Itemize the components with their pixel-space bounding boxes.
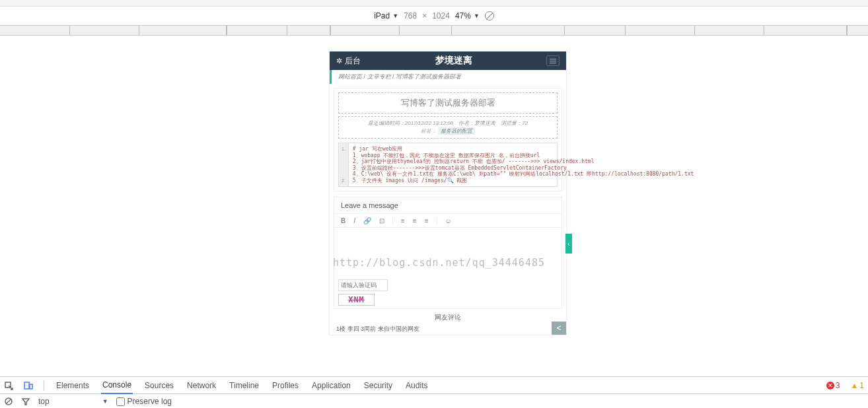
context-select[interactable]: top ▼: [38, 397, 108, 406]
warning-count[interactable]: ▲1: [850, 381, 864, 390]
image-button[interactable]: ⊡: [379, 217, 384, 224]
code-content: # jar 写在web应用 1、webapp 不能打包，因此 不能放在这里 数据…: [349, 143, 698, 186]
breadcrumb: 网站首页 / 文章专栏 / 写博客了测试服务器部署: [330, 70, 566, 84]
error-count[interactable]: ✕3: [826, 381, 840, 390]
breadcrumb-home[interactable]: 网站首页: [338, 73, 362, 80]
comment-textarea[interactable]: [334, 228, 561, 277]
site-title: 梦境迷离: [435, 55, 472, 67]
inspect-icon[interactable]: [4, 381, 13, 390]
preserve-log-checkbox[interactable]: Preserve log: [116, 397, 172, 406]
code-gutter: 1. 2.: [339, 143, 349, 186]
device-select[interactable]: iPad ▼: [374, 11, 398, 20]
tab-profiles[interactable]: Profiles: [271, 377, 300, 394]
zoom-value: 47%: [455, 11, 471, 20]
device-viewport: ✲ 后台 梦境迷离 网站首页 / 文章专栏 / 写博客了测试服务器部署 写博客了…: [0, 36, 868, 376]
article-tag[interactable]: 服务器的配置: [438, 127, 475, 135]
tab-security[interactable]: Security: [363, 377, 394, 394]
comment-editor: Leave a message B I 🔗 ⊡ ≡ ≡ ≡ ☺ XNM: [334, 197, 562, 309]
filter-icon[interactable]: [21, 397, 30, 406]
share-button[interactable]: <: [552, 322, 566, 335]
tab-audits[interactable]: Audits: [404, 377, 429, 394]
device-mode-icon[interactable]: [24, 381, 33, 390]
admin-link[interactable]: ✲ 后台: [336, 55, 361, 67]
side-collapse-tab[interactable]: ‹: [565, 234, 572, 254]
meta-line: 最近编辑时间：2017/12/22 13:12:00 作者：梦境迷离 浏览量：7…: [342, 119, 554, 127]
italic-button[interactable]: I: [353, 217, 355, 224]
tab-network[interactable]: Network: [186, 377, 217, 394]
article-title: 写博客了测试服务器部署: [338, 92, 558, 114]
device-height[interactable]: 1024: [432, 11, 450, 20]
warning-icon: ▲: [850, 381, 858, 390]
article-container: 写博客了测试服务器部署 最近编辑时间：2017/12/22 13:12:00 作…: [334, 88, 562, 191]
tab-elements[interactable]: Elements: [55, 377, 90, 394]
preserve-log-input[interactable]: [116, 397, 125, 406]
editor-toolbar: B I 🔗 ⊡ ≡ ≡ ≡ ☺: [334, 214, 561, 228]
breadcrumb-column[interactable]: 文章专栏: [367, 73, 391, 80]
menu-button[interactable]: [546, 55, 560, 66]
share-icon: <: [556, 323, 561, 333]
browser-toolbar-fragment: [0, 0, 868, 7]
comments-section-title: 网友评论: [330, 313, 566, 322]
tag-label: 标签：: [421, 128, 437, 134]
chevron-down-icon: ▼: [392, 13, 398, 19]
captcha-image[interactable]: XNM: [338, 294, 375, 306]
separator: [392, 217, 393, 224]
tab-sources[interactable]: Sources: [143, 377, 175, 394]
breadcrumb-current: 写博客了测试服务器部署: [396, 73, 461, 80]
link-button[interactable]: 🔗: [363, 217, 371, 224]
devtools-panel: Elements Console Sources Network Timelin…: [0, 376, 868, 408]
devtools-tabs: Elements Console Sources Network Timelin…: [0, 377, 868, 394]
device-name: iPad: [374, 11, 390, 20]
tab-timeline[interactable]: Timeline: [228, 377, 260, 394]
dimension-x: ×: [422, 11, 427, 20]
code-block: 1. 2. # jar 写在web应用 1、webapp 不能打包，因此 不能放…: [338, 143, 558, 187]
separator: [437, 217, 437, 224]
align-left-button[interactable]: ≡: [401, 217, 405, 224]
ruler: [0, 25, 868, 36]
article-meta: 最近编辑时间：2017/12/22 13:12:00 作者：梦境迷离 浏览量：7…: [338, 116, 558, 139]
leave-message-title: Leave a message: [334, 197, 561, 214]
no-throttling-icon[interactable]: [485, 11, 494, 20]
align-right-button[interactable]: ≡: [425, 217, 429, 224]
page-header: ✲ 后台 梦境迷离: [330, 51, 566, 70]
captcha-input[interactable]: [338, 279, 388, 291]
clear-console-icon[interactable]: [4, 397, 13, 406]
emoji-button[interactable]: ☺: [445, 217, 452, 224]
comment-item: 1楼 李四 3周前 来自中国的网友: [330, 323, 566, 335]
bold-button[interactable]: B: [341, 217, 345, 224]
align-center-button[interactable]: ≡: [413, 217, 417, 224]
mobile-page: ✲ 后台 梦境迷离 网站首页 / 文章专栏 / 写博客了测试服务器部署 写博客了…: [330, 51, 566, 335]
device-width[interactable]: 768: [404, 11, 417, 20]
svg-rect-2: [30, 384, 32, 389]
console-toolbar: top ▼ Preserve log: [0, 394, 868, 408]
error-icon: ✕: [826, 382, 834, 390]
chevron-down-icon: ▼: [102, 398, 108, 405]
gear-icon: ✲: [336, 57, 342, 65]
zoom-select[interactable]: 47% ▼: [455, 11, 480, 20]
chevron-down-icon: ▼: [474, 13, 480, 19]
admin-label: 后台: [345, 55, 361, 67]
tab-application[interactable]: Application: [310, 377, 352, 394]
device-toolbar: iPad ▼ 768 × 1024 47% ▼: [0, 7, 868, 25]
svg-rect-1: [24, 382, 29, 389]
tab-console[interactable]: Console: [101, 377, 133, 394]
